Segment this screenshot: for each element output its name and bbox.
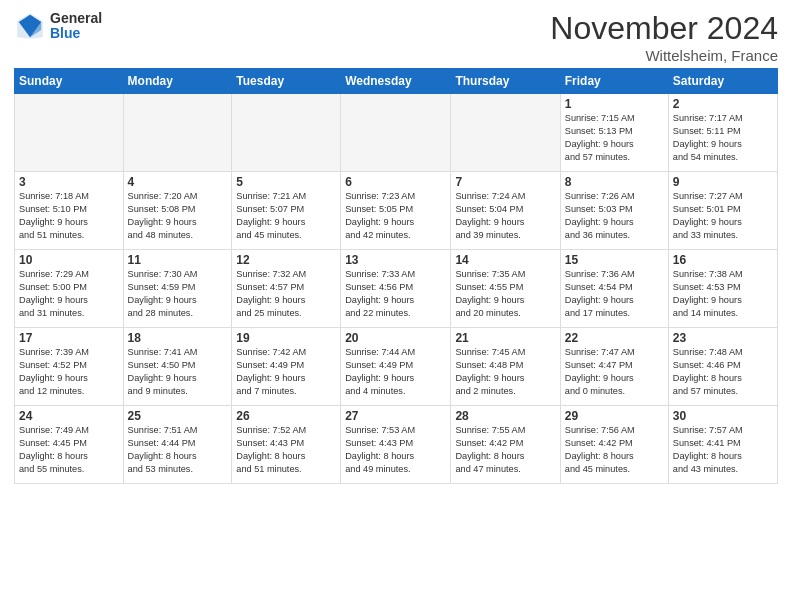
calendar-day-cell: 12Sunrise: 7:32 AM Sunset: 4:57 PM Dayli…	[232, 250, 341, 328]
weekday-header: Friday	[560, 69, 668, 94]
day-info: Sunrise: 7:45 AM Sunset: 4:48 PM Dayligh…	[455, 346, 555, 398]
day-number: 11	[128, 253, 228, 267]
day-number: 18	[128, 331, 228, 345]
calendar-day-cell: 29Sunrise: 7:56 AM Sunset: 4:42 PM Dayli…	[560, 406, 668, 484]
day-number: 25	[128, 409, 228, 423]
calendar-table: SundayMondayTuesdayWednesdayThursdayFrid…	[14, 68, 778, 484]
calendar-day-cell: 26Sunrise: 7:52 AM Sunset: 4:43 PM Dayli…	[232, 406, 341, 484]
calendar-week-row: 17Sunrise: 7:39 AM Sunset: 4:52 PM Dayli…	[15, 328, 778, 406]
day-info: Sunrise: 7:53 AM Sunset: 4:43 PM Dayligh…	[345, 424, 446, 476]
day-info: Sunrise: 7:56 AM Sunset: 4:42 PM Dayligh…	[565, 424, 664, 476]
page-container: General Blue November 2024 Wittelsheim, …	[0, 0, 792, 612]
calendar-day-cell: 20Sunrise: 7:44 AM Sunset: 4:49 PM Dayli…	[341, 328, 451, 406]
day-info: Sunrise: 7:51 AM Sunset: 4:44 PM Dayligh…	[128, 424, 228, 476]
day-info: Sunrise: 7:20 AM Sunset: 5:08 PM Dayligh…	[128, 190, 228, 242]
day-info: Sunrise: 7:44 AM Sunset: 4:49 PM Dayligh…	[345, 346, 446, 398]
logo-icon	[14, 10, 46, 42]
weekday-header: Tuesday	[232, 69, 341, 94]
day-info: Sunrise: 7:55 AM Sunset: 4:42 PM Dayligh…	[455, 424, 555, 476]
calendar-day-cell: 3Sunrise: 7:18 AM Sunset: 5:10 PM Daylig…	[15, 172, 124, 250]
day-number: 19	[236, 331, 336, 345]
day-number: 10	[19, 253, 119, 267]
day-info: Sunrise: 7:21 AM Sunset: 5:07 PM Dayligh…	[236, 190, 336, 242]
calendar-day-cell	[232, 94, 341, 172]
day-number: 20	[345, 331, 446, 345]
day-number: 23	[673, 331, 773, 345]
calendar-day-cell: 28Sunrise: 7:55 AM Sunset: 4:42 PM Dayli…	[451, 406, 560, 484]
day-number: 21	[455, 331, 555, 345]
calendar-day-cell: 16Sunrise: 7:38 AM Sunset: 4:53 PM Dayli…	[668, 250, 777, 328]
day-number: 8	[565, 175, 664, 189]
calendar-day-cell: 2Sunrise: 7:17 AM Sunset: 5:11 PM Daylig…	[668, 94, 777, 172]
calendar-day-cell: 9Sunrise: 7:27 AM Sunset: 5:01 PM Daylig…	[668, 172, 777, 250]
day-info: Sunrise: 7:18 AM Sunset: 5:10 PM Dayligh…	[19, 190, 119, 242]
weekday-header: Sunday	[15, 69, 124, 94]
calendar-day-cell: 21Sunrise: 7:45 AM Sunset: 4:48 PM Dayli…	[451, 328, 560, 406]
calendar-day-cell: 19Sunrise: 7:42 AM Sunset: 4:49 PM Dayli…	[232, 328, 341, 406]
calendar-header-row: SundayMondayTuesdayWednesdayThursdayFrid…	[15, 69, 778, 94]
day-number: 17	[19, 331, 119, 345]
day-info: Sunrise: 7:52 AM Sunset: 4:43 PM Dayligh…	[236, 424, 336, 476]
location: Wittelsheim, France	[550, 47, 778, 64]
day-info: Sunrise: 7:35 AM Sunset: 4:55 PM Dayligh…	[455, 268, 555, 320]
day-info: Sunrise: 7:33 AM Sunset: 4:56 PM Dayligh…	[345, 268, 446, 320]
day-info: Sunrise: 7:42 AM Sunset: 4:49 PM Dayligh…	[236, 346, 336, 398]
calendar-day-cell: 1Sunrise: 7:15 AM Sunset: 5:13 PM Daylig…	[560, 94, 668, 172]
calendar-day-cell: 5Sunrise: 7:21 AM Sunset: 5:07 PM Daylig…	[232, 172, 341, 250]
calendar-week-row: 1Sunrise: 7:15 AM Sunset: 5:13 PM Daylig…	[15, 94, 778, 172]
day-number: 7	[455, 175, 555, 189]
day-number: 13	[345, 253, 446, 267]
day-info: Sunrise: 7:27 AM Sunset: 5:01 PM Dayligh…	[673, 190, 773, 242]
day-number: 27	[345, 409, 446, 423]
weekday-header: Saturday	[668, 69, 777, 94]
day-info: Sunrise: 7:36 AM Sunset: 4:54 PM Dayligh…	[565, 268, 664, 320]
calendar-day-cell: 8Sunrise: 7:26 AM Sunset: 5:03 PM Daylig…	[560, 172, 668, 250]
logo: General Blue	[14, 10, 102, 42]
day-number: 12	[236, 253, 336, 267]
calendar-day-cell	[15, 94, 124, 172]
calendar-day-cell	[341, 94, 451, 172]
day-info: Sunrise: 7:26 AM Sunset: 5:03 PM Dayligh…	[565, 190, 664, 242]
calendar-week-row: 3Sunrise: 7:18 AM Sunset: 5:10 PM Daylig…	[15, 172, 778, 250]
calendar-day-cell: 13Sunrise: 7:33 AM Sunset: 4:56 PM Dayli…	[341, 250, 451, 328]
calendar-day-cell	[123, 94, 232, 172]
calendar-day-cell: 30Sunrise: 7:57 AM Sunset: 4:41 PM Dayli…	[668, 406, 777, 484]
calendar-day-cell: 24Sunrise: 7:49 AM Sunset: 4:45 PM Dayli…	[15, 406, 124, 484]
day-number: 9	[673, 175, 773, 189]
day-number: 6	[345, 175, 446, 189]
day-info: Sunrise: 7:47 AM Sunset: 4:47 PM Dayligh…	[565, 346, 664, 398]
day-number: 16	[673, 253, 773, 267]
title-section: November 2024 Wittelsheim, France	[550, 10, 778, 64]
day-info: Sunrise: 7:15 AM Sunset: 5:13 PM Dayligh…	[565, 112, 664, 164]
logo-blue: Blue	[50, 26, 102, 41]
calendar-day-cell: 22Sunrise: 7:47 AM Sunset: 4:47 PM Dayli…	[560, 328, 668, 406]
weekday-header: Wednesday	[341, 69, 451, 94]
logo-text: General Blue	[50, 11, 102, 42]
logo-general: General	[50, 11, 102, 26]
day-info: Sunrise: 7:38 AM Sunset: 4:53 PM Dayligh…	[673, 268, 773, 320]
day-number: 22	[565, 331, 664, 345]
calendar-day-cell: 4Sunrise: 7:20 AM Sunset: 5:08 PM Daylig…	[123, 172, 232, 250]
day-number: 28	[455, 409, 555, 423]
day-info: Sunrise: 7:17 AM Sunset: 5:11 PM Dayligh…	[673, 112, 773, 164]
day-info: Sunrise: 7:57 AM Sunset: 4:41 PM Dayligh…	[673, 424, 773, 476]
day-number: 4	[128, 175, 228, 189]
month-title: November 2024	[550, 10, 778, 47]
day-info: Sunrise: 7:30 AM Sunset: 4:59 PM Dayligh…	[128, 268, 228, 320]
day-number: 3	[19, 175, 119, 189]
calendar-week-row: 24Sunrise: 7:49 AM Sunset: 4:45 PM Dayli…	[15, 406, 778, 484]
calendar-day-cell	[451, 94, 560, 172]
day-number: 14	[455, 253, 555, 267]
day-info: Sunrise: 7:49 AM Sunset: 4:45 PM Dayligh…	[19, 424, 119, 476]
page-header: General Blue November 2024 Wittelsheim, …	[14, 10, 778, 64]
calendar-day-cell: 14Sunrise: 7:35 AM Sunset: 4:55 PM Dayli…	[451, 250, 560, 328]
day-info: Sunrise: 7:29 AM Sunset: 5:00 PM Dayligh…	[19, 268, 119, 320]
calendar-day-cell: 10Sunrise: 7:29 AM Sunset: 5:00 PM Dayli…	[15, 250, 124, 328]
day-number: 2	[673, 97, 773, 111]
day-info: Sunrise: 7:24 AM Sunset: 5:04 PM Dayligh…	[455, 190, 555, 242]
day-number: 29	[565, 409, 664, 423]
calendar-day-cell: 25Sunrise: 7:51 AM Sunset: 4:44 PM Dayli…	[123, 406, 232, 484]
calendar-day-cell: 18Sunrise: 7:41 AM Sunset: 4:50 PM Dayli…	[123, 328, 232, 406]
weekday-header: Thursday	[451, 69, 560, 94]
day-info: Sunrise: 7:39 AM Sunset: 4:52 PM Dayligh…	[19, 346, 119, 398]
